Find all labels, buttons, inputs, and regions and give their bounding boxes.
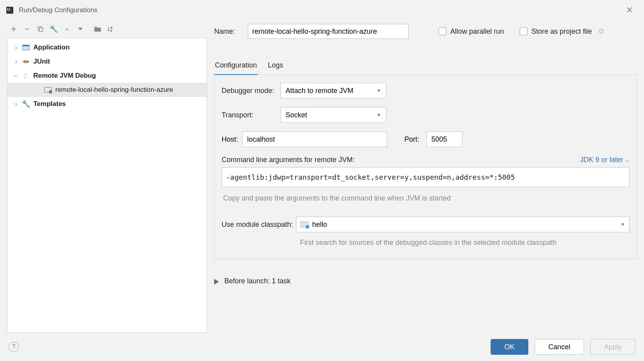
config-tree[interactable]: › Application › JUnit › Remote JVM Debug…	[7, 38, 207, 333]
svg-rect-1	[39, 28, 43, 31]
move-down-button[interactable]	[74, 23, 87, 35]
run-debug-dialog: Run/Debug Configurations ✕ 🔧 az › Applic…	[0, 0, 644, 361]
config-toolbar: 🔧 az	[7, 20, 207, 38]
tree-label: JUnit	[33, 58, 50, 66]
tab-logs[interactable]: Logs	[267, 61, 284, 75]
tree-node-templates[interactable]: › 🔧 Templates	[7, 97, 207, 111]
checkbox-icon	[438, 27, 446, 35]
junit-icon	[22, 58, 29, 65]
application-icon	[22, 45, 29, 50]
configuration-panel: Debugger mode: Attach to remote JVM ▼ Tr…	[214, 75, 637, 259]
classpath-label: Use module classpath:	[222, 221, 296, 229]
app-icon	[6, 7, 13, 14]
tab-strip: Configuration Logs	[214, 61, 637, 75]
transport-label: Transport:	[222, 111, 280, 119]
remote-config-icon	[44, 87, 51, 93]
host-input[interactable]	[242, 131, 387, 147]
chevron-right-icon: ›	[11, 44, 21, 51]
select-value: hello	[312, 221, 327, 229]
sort-button[interactable]: az	[104, 23, 118, 35]
chevron-down-icon: ›	[13, 71, 19, 80]
tree-label: Application	[33, 44, 70, 51]
jdk-version-link[interactable]: JDK 9 or later ⌄	[580, 156, 629, 164]
tree-label: Remote JVM Debug	[33, 72, 96, 80]
transport-select[interactable]: Socket ▼	[280, 107, 386, 123]
chevron-right-icon: ›	[11, 101, 21, 107]
ok-button[interactable]: OK	[491, 339, 528, 355]
select-value: Socket	[286, 111, 307, 119]
copy-config-button[interactable]	[34, 23, 47, 35]
tree-node-application[interactable]: › Application	[7, 40, 207, 55]
cmd-hint: Copy and paste the arguments to the comm…	[222, 194, 629, 202]
gear-icon[interactable]: ⚙	[598, 27, 604, 36]
add-config-button[interactable]	[7, 23, 20, 35]
chevron-down-icon: ▼	[620, 222, 625, 227]
tree-node-remote-local-config[interactable]: remote-local-hello-spring-function-azure	[7, 83, 207, 97]
cancel-button[interactable]: Cancel	[535, 339, 584, 355]
left-panel: 🔧 az › Application › JUnit ›	[7, 20, 207, 333]
chevron-right-icon: ›	[11, 58, 21, 65]
host-label: Host:	[222, 135, 242, 144]
port-label: Port:	[404, 135, 419, 144]
titlebar: Run/Debug Configurations ✕	[0, 0, 644, 20]
chevron-down-icon: ▼	[377, 112, 381, 118]
module-classpath-select[interactable]: hello ▼	[296, 217, 629, 232]
tree-node-junit[interactable]: › JUnit	[7, 55, 207, 69]
debugger-mode-label: Debugger mode:	[222, 87, 280, 95]
svg-text:z: z	[111, 29, 112, 32]
tree-label: remote-local-hello-spring-function-azure	[55, 86, 173, 94]
right-panel: Name: Allow parallel run Store as projec…	[214, 20, 637, 333]
checkbox-label: Allow parallel run	[450, 27, 504, 36]
wrench-icon: 🔧	[22, 100, 30, 108]
tab-configuration[interactable]: Configuration	[214, 61, 258, 75]
window-title: Run/Debug Configurations	[19, 6, 97, 14]
chevron-down-icon: ⌄	[626, 157, 629, 163]
dialog-footer: ? OK Cancel Apply	[0, 333, 644, 361]
checkbox-label: Store as project file	[531, 27, 592, 36]
close-icon[interactable]: ✕	[621, 3, 638, 18]
port-input[interactable]	[426, 131, 462, 147]
before-launch-label: Before launch: 1 task	[224, 277, 291, 285]
chevron-right-icon: ▶	[214, 277, 219, 286]
classpath-hint: First search for sources of the debugged…	[300, 237, 629, 248]
remove-config-button[interactable]	[20, 23, 34, 35]
debugger-mode-select[interactable]: Attach to remote JVM ▼	[280, 83, 386, 98]
select-value: Attach to remote JVM	[286, 87, 353, 95]
chevron-down-icon: ▼	[377, 88, 381, 93]
remote-debug-icon	[22, 73, 29, 79]
folder-button[interactable]	[91, 23, 104, 35]
name-input[interactable]	[248, 24, 409, 39]
tree-node-remote-jvm-debug[interactable]: › Remote JVM Debug	[7, 69, 207, 83]
cmd-args-textarea[interactable]: -agentlib:jdwp=transport=dt_socket,serve…	[222, 167, 629, 187]
link-text: JDK 9 or later	[580, 156, 623, 164]
before-launch-section[interactable]: ▶ Before launch: 1 task	[214, 277, 637, 285]
help-button[interactable]: ?	[9, 342, 19, 352]
checkbox-icon	[520, 27, 528, 35]
cmd-args-label: Command line arguments for remote JVM:	[222, 156, 355, 164]
module-icon	[300, 221, 308, 228]
name-label: Name:	[214, 27, 238, 36]
store-as-project-checkbox[interactable]: Store as project file ⚙	[520, 27, 604, 36]
move-up-button[interactable]	[60, 23, 74, 35]
edit-config-button[interactable]: 🔧	[47, 23, 60, 35]
allow-parallel-checkbox[interactable]: Allow parallel run	[438, 27, 504, 36]
apply-button: Apply	[590, 339, 635, 355]
tree-label: Templates	[33, 100, 66, 108]
